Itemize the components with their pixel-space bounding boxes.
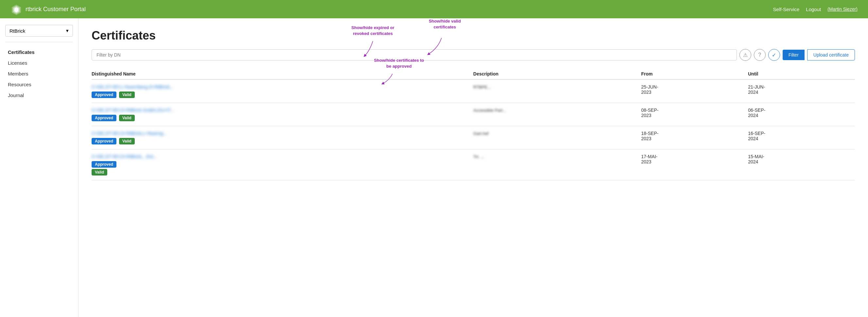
header: rtbrick Customer Portal Self-Service Log… bbox=[0, 0, 868, 18]
sidebar-nav: Certificates Licenses Members Resources … bbox=[5, 47, 73, 100]
cert-until-cell: 16-SEP-2024 bbox=[748, 126, 855, 149]
sidebar: RtBrick ▾ Certificates Licenses Members … bbox=[0, 18, 79, 317]
org-selector-label: RtBrick bbox=[9, 28, 25, 34]
certificates-table: Distinguished Name Description From Unti… bbox=[92, 69, 855, 180]
cert-dn-cell: C=DE,ST=BY,L=Nuernberg,O=RtBrick... Appr… bbox=[92, 80, 473, 103]
cert-from-cell: 17-MAI-2023 bbox=[641, 149, 748, 180]
table-header: Distinguished Name Description From Unti… bbox=[92, 69, 855, 80]
cert-description-cell: Gart.hef bbox=[473, 126, 641, 149]
cert-dn-link[interactable]: C=DE,ST=BY,O=RtBrick GmbH,OU=IT... bbox=[92, 107, 469, 113]
cert-dn-link[interactable]: C=DE,ST=BY,O=RtBrick,L=Nuerng... bbox=[92, 131, 469, 136]
cert-dn-cell: C=DE,ST=BY,O=RtBrick,L=Nuerng... Approve… bbox=[92, 126, 473, 149]
header-user: (Martin Siezer) bbox=[828, 6, 858, 12]
toggle-expired-button[interactable]: ⚠ bbox=[740, 49, 751, 61]
badge-approved: Approved bbox=[92, 115, 117, 121]
badge-valid: Valid bbox=[119, 138, 135, 145]
cert-description: Gart.hef bbox=[473, 131, 489, 136]
cert-until-cell: 06-SEP-2024 bbox=[748, 103, 855, 126]
sidebar-item-journal[interactable]: Journal bbox=[5, 91, 73, 100]
col-header-until: Until bbox=[748, 69, 855, 80]
cert-dn-cell: C=DE,ST=BY,O=RtBrick,...Ext... Approved … bbox=[92, 149, 473, 180]
table-body: C=DE,ST=BY,L=Nuernberg,O=RtBrick... Appr… bbox=[92, 80, 855, 180]
upload-certificate-button[interactable]: Upload certificate bbox=[807, 49, 855, 60]
header-left: rtbrick Customer Portal bbox=[10, 3, 86, 15]
cert-dn-link[interactable]: C=DE,ST=BY,O=RtBrick,...Ext... bbox=[92, 154, 469, 159]
table-row: C=DE,ST=BY,O=RtBrick,...Ext... Approved … bbox=[92, 149, 855, 180]
col-header-dn: Distinguished Name bbox=[92, 69, 473, 80]
annotation-valid: Show/hide validcertificates bbox=[415, 18, 474, 30]
cert-description: RTBPE... bbox=[473, 85, 491, 90]
badge-approved: Approved bbox=[92, 92, 117, 98]
logout-link[interactable]: Logout bbox=[806, 6, 821, 12]
sidebar-item-certificates[interactable]: Certificates bbox=[5, 47, 73, 57]
cert-from-cell: 25-JUN-2023 bbox=[641, 80, 748, 103]
page-layout: RtBrick ▾ Certificates Licenses Members … bbox=[0, 18, 868, 317]
badge-approved: Approved bbox=[92, 161, 117, 168]
filter-input[interactable] bbox=[92, 49, 737, 60]
badge-valid: Valid bbox=[119, 92, 135, 98]
cert-description: Trt. ... bbox=[473, 154, 484, 159]
table-row: C=DE,ST=BY,O=RtBrick,L=Nuerng... Approve… bbox=[92, 126, 855, 149]
cert-dn-cell: C=DE,ST=BY,O=RtBrick GmbH,OU=IT... Appro… bbox=[92, 103, 473, 126]
page-title: Certificates bbox=[92, 29, 855, 42]
org-selector[interactable]: RtBrick ▾ bbox=[5, 25, 73, 37]
self-service-link[interactable]: Self-Service bbox=[773, 6, 799, 12]
cert-description-cell: Accessible Part... bbox=[473, 103, 641, 126]
cert-description-cell: Trt. ... bbox=[473, 149, 641, 180]
cert-dn-link[interactable]: C=DE,ST=BY,L=Nuernberg,O=RtBrick... bbox=[92, 84, 469, 90]
cert-until-cell: 21-JUN-2024 bbox=[748, 80, 855, 103]
main-content: Certificates Show/hide expired orrevoked… bbox=[79, 18, 868, 317]
filter-button[interactable]: Filter bbox=[783, 50, 805, 60]
toggle-approve-button[interactable]: ? bbox=[754, 49, 766, 61]
cert-until-cell: 15-MAI-2024 bbox=[748, 149, 855, 180]
header-right: Self-Service Logout (Martin Siezer) bbox=[773, 6, 858, 12]
badge-valid: Valid bbox=[92, 169, 107, 176]
badge-valid: Valid bbox=[119, 115, 135, 121]
table-row: C=DE,ST=BY,L=Nuernberg,O=RtBrick... Appr… bbox=[92, 80, 855, 103]
sidebar-item-licenses[interactable]: Licenses bbox=[5, 58, 73, 68]
filter-bar: ⚠ ? ✓ Filter Upload certificate bbox=[92, 49, 855, 61]
sidebar-item-resources[interactable]: Resources bbox=[5, 80, 73, 89]
cert-description: Accessible Part... bbox=[473, 108, 506, 113]
col-header-description: Description bbox=[473, 69, 641, 80]
sidebar-divider bbox=[5, 42, 73, 42]
header-brand: rtbrick Customer Portal bbox=[26, 6, 86, 13]
cert-from-cell: 08-SEP-2023 bbox=[641, 103, 748, 126]
toggle-valid-button[interactable]: ✓ bbox=[768, 49, 780, 61]
chevron-down-icon: ▾ bbox=[66, 28, 69, 34]
badge-approved: Approved bbox=[92, 138, 117, 145]
rtbrick-logo-icon bbox=[10, 3, 22, 15]
sidebar-item-members[interactable]: Members bbox=[5, 69, 73, 78]
cert-from-cell: 18-SEP-2023 bbox=[641, 126, 748, 149]
cert-description-cell: RTBPE... bbox=[473, 80, 641, 103]
table-row: C=DE,ST=BY,O=RtBrick GmbH,OU=IT... Appro… bbox=[92, 103, 855, 126]
col-header-from: From bbox=[641, 69, 748, 80]
